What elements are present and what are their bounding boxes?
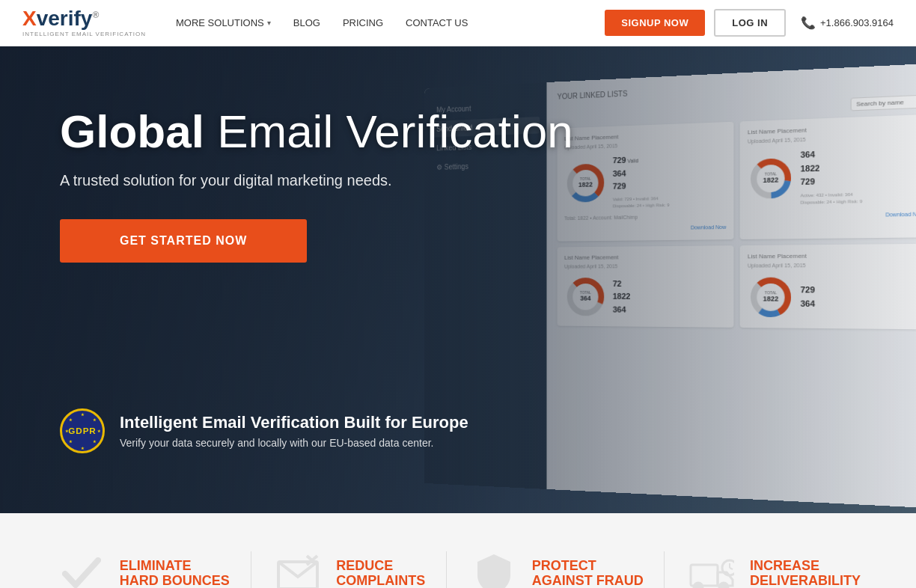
svg-line-36 <box>730 568 733 569</box>
logo-verify: verify <box>37 7 93 30</box>
header: Xverify® INTELLIGENT EMAIL VERIFICATION … <box>0 0 916 46</box>
main-nav: MORE SOLUTIONS ▾ BLOG PRICING CONTACT US <box>176 17 605 28</box>
svg-text:★: ★ <box>93 417 97 422</box>
hero-section: My Account Send Shield Linked Lists ⚙ Se… <box>0 46 916 513</box>
svg-point-32 <box>694 583 703 588</box>
logo: Xverify® INTELLIGENT EMAIL VERIFICATION <box>22 8 146 37</box>
svg-point-33 <box>719 583 728 588</box>
nav-blog[interactable]: BLOG <box>293 17 320 28</box>
gdpr-badge: GDPR ★ ★ ★ ★ ★ ★ ★ ★ <box>60 408 105 453</box>
feature-eliminate: ELIMINATE HARD BOUNCES <box>55 548 230 588</box>
feature-divider-3 <box>664 551 665 588</box>
nav-more-solutions[interactable]: MORE SOLUTIONS ▾ <box>176 17 271 28</box>
phone-wrap: 📞 +1.866.903.9164 <box>801 16 894 30</box>
envelope-x-icon <box>272 548 324 588</box>
gdpr-section: GDPR ★ ★ ★ ★ ★ ★ ★ ★ Intelligent Email V… <box>60 408 468 453</box>
svg-text:★: ★ <box>93 439 97 444</box>
chevron-down-icon: ▾ <box>267 19 271 27</box>
feature-protect-text: PROTECT AGAINST FRAUD <box>532 559 644 588</box>
svg-rect-31 <box>691 565 718 586</box>
feature-protect: PROTECT AGAINST FRAUD <box>468 548 644 588</box>
logo-x: X <box>22 7 37 30</box>
nav-pricing[interactable]: PRICING <box>343 17 383 28</box>
feature-divider-2 <box>446 551 447 588</box>
hero-subtitle: A trusted solution for your digital mark… <box>60 172 392 189</box>
gdpr-text-block: Intelligent Email Verification Built for… <box>120 413 468 449</box>
header-actions: SIGNUP NOW LOG IN 📞 +1.866.903.9164 <box>605 9 894 37</box>
svg-text:★: ★ <box>69 417 73 422</box>
logo-tagline: INTELLIGENT EMAIL VERIFICATION <box>22 31 146 37</box>
svg-text:★: ★ <box>69 439 73 444</box>
phone-icon: 📞 <box>801 16 816 30</box>
nav-contact-us[interactable]: CONTACT US <box>406 17 468 28</box>
feature-reduce: REDUCE COMPLAINTS <box>272 548 425 588</box>
signup-button[interactable]: SIGNUP NOW <box>605 10 705 36</box>
features-bar: ELIMINATE HARD BOUNCES REDUCE COMPLAINTS <box>0 513 916 588</box>
svg-text:★: ★ <box>81 446 85 450</box>
feature-divider-1 <box>251 551 251 588</box>
gdpr-heading: Intelligent Email Verification Built for… <box>120 413 468 432</box>
svg-text:★: ★ <box>97 429 101 433</box>
checkmark-icon <box>55 548 108 588</box>
get-started-button[interactable]: GET STARTED NOW <box>60 219 307 263</box>
svg-text:GDPR: GDPR <box>68 426 96 435</box>
truck-icon <box>686 548 738 588</box>
phone-number: +1.866.903.9164 <box>820 17 894 28</box>
hero-title: Global Email Verification <box>60 106 573 157</box>
feature-increase: INCREASE DELIVERABILITY <box>686 548 861 588</box>
feature-reduce-text: REDUCE COMPLAINTS <box>336 559 425 588</box>
gdpr-description: Verify your data securely and locally wi… <box>120 437 468 449</box>
login-button[interactable]: LOG IN <box>714 9 786 37</box>
feature-increase-text: INCREASE DELIVERABILITY <box>750 559 861 588</box>
shield-icon <box>468 548 520 588</box>
logo-reg: ® <box>92 10 99 20</box>
svg-text:★: ★ <box>81 412 85 417</box>
gdpr-stars-svg: GDPR ★ ★ ★ ★ ★ ★ ★ ★ <box>62 411 103 451</box>
feature-eliminate-text: ELIMINATE HARD BOUNCES <box>120 559 230 588</box>
svg-text:★: ★ <box>65 429 69 433</box>
